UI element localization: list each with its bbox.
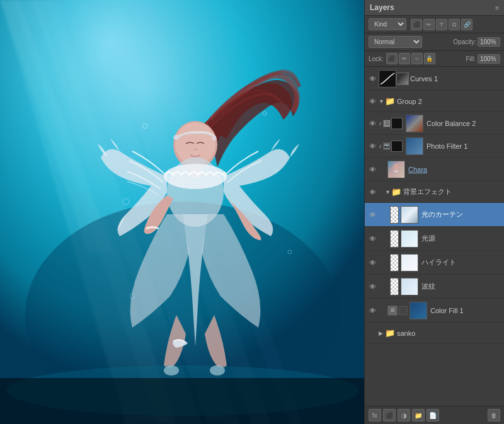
visibility-toggle[interactable]: 👁 — [367, 306, 377, 316]
fill-value[interactable]: 100% — [478, 54, 500, 64]
filter-type-btn[interactable]: T — [436, 19, 447, 30]
visibility-toggle[interactable]: 👁 — [367, 164, 377, 175]
layer-mask-thumbnail — [391, 118, 403, 129]
add-mask-btn[interactable]: ⬛ — [383, 409, 396, 421]
layers-list: 👁 Curves 1 👁 ▼ 📁 Group 2 — [365, 67, 504, 406]
layer-item[interactable]: 👁 波紋 — [365, 275, 504, 299]
layer-name: Chara — [408, 166, 501, 173]
layer-item[interactable]: 👁 — [365, 158, 504, 181]
layer-item[interactable]: 👁 光のカーテン — [365, 203, 504, 227]
new-layer-btn[interactable]: 📄 — [427, 409, 439, 421]
filter-adjust-btn[interactable]: ✏ — [423, 19, 435, 30]
svg-point-12 — [173, 135, 180, 140]
layer-name: ハイライト — [421, 258, 501, 267]
svg-point-30 — [393, 163, 399, 170]
visibility-toggle[interactable]: 👁 — [367, 234, 377, 244]
opacity-value[interactable]: 100% — [478, 37, 500, 47]
layer-thumbnail — [390, 206, 399, 224]
layer-name: Group 2 — [397, 98, 501, 105]
layer-thumbnail — [401, 206, 418, 224]
svg-rect-26 — [0, 378, 364, 424]
filter-kind-select[interactable]: Kind — [369, 18, 406, 30]
blend-mode-row: Normal Opacity: 100% — [365, 33, 504, 51]
layer-thumbnail — [390, 230, 399, 248]
layer-name: 背景エフェクト — [403, 187, 501, 197]
lock-draw-btn[interactable]: ✏ — [399, 53, 410, 64]
lock-move-btn[interactable]: ↔ — [411, 53, 423, 64]
visibility-toggle[interactable]: 👁 — [367, 187, 377, 197]
layer-item[interactable]: 👁 ▼ 📁 背景エフェクト — [365, 181, 504, 203]
layer-thumbnail — [410, 302, 427, 319]
panel-header: Layers ≡ — [365, 0, 504, 16]
filter-row: Kind ⬛ ✏ T Ω 🔗 — [365, 16, 504, 33]
group-folder-icon: 📁 — [385, 328, 395, 338]
special-icon: ♪ — [379, 120, 382, 127]
visibility-toggle[interactable]: 👁 — [367, 258, 377, 268]
group-folder-icon: 📁 — [391, 187, 401, 197]
layer-thumbnail — [401, 230, 418, 248]
layer-name: Color Fill 1 — [430, 307, 501, 314]
layer-thumbnail — [379, 70, 396, 88]
blend-mode-select[interactable]: Normal — [369, 36, 422, 48]
layer-name: Curves 1 — [410, 75, 501, 83]
panel-menu-icon[interactable]: ≡ — [495, 4, 499, 11]
visibility-toggle[interactable]: 👁 — [367, 74, 377, 84]
panel-title: Layers — [370, 3, 394, 12]
lock-row: Lock: ⬛ ✏ ↔ 🔒 Fill: 100% — [365, 51, 504, 67]
layer-item[interactable]: 👁 ▼ 📁 Group 2 — [365, 91, 504, 112]
layer-name: 波紋 — [421, 282, 501, 291]
layer-name: 光のカーテン — [421, 210, 501, 219]
layer-item[interactable]: 👁 Curves 1 — [365, 67, 504, 91]
special-icon: ♪ — [379, 142, 382, 149]
layer-mask-thumbnail — [396, 72, 409, 85]
layer-mask-thumbnail — [391, 140, 403, 152]
visibility-toggle[interactable]: 👁 — [367, 96, 377, 106]
layer-item[interactable]: 👁 光源 — [365, 227, 504, 251]
fill-area: Fill: 100% — [466, 54, 500, 64]
lock-pixel-btn[interactable]: ⬛ — [386, 53, 398, 64]
lock-all-btn[interactable]: 🔒 — [424, 53, 435, 64]
visibility-toggle[interactable]: 👁 — [367, 118, 377, 129]
group-expand-arrow[interactable]: ▶ — [379, 330, 385, 336]
visibility-toggle[interactable]: 👁 — [367, 141, 377, 151]
group-folder-icon: 📁 — [385, 96, 395, 106]
layer-thumbnail — [406, 115, 423, 132]
new-group-btn[interactable]: 📁 — [412, 409, 425, 421]
opacity-row: Opacity: 100% — [453, 37, 500, 47]
visibility-toggle[interactable]: 👁 — [367, 282, 377, 292]
lock-label: Lock: — [369, 55, 384, 62]
layer-name: 光源 — [421, 234, 501, 243]
layer-item[interactable]: 👁 ♪ ⚖ Color Balance 2 — [365, 112, 504, 135]
layers-panel: Layers ≡ Kind ⬛ ✏ T Ω 🔗 Normal Opacity: … — [364, 0, 504, 424]
visibility-toggle[interactable]: 👁 — [367, 210, 377, 220]
delete-layer-btn[interactable]: 🗑 — [488, 409, 500, 421]
layer-item[interactable]: 👁 ♪ 📷 Photo Filter 1 — [365, 135, 504, 158]
filter-icons-group: ⬛ ✏ T Ω 🔗 — [411, 19, 472, 30]
artwork-svg — [0, 0, 364, 424]
svg-point-16 — [164, 164, 227, 189]
layer-name: Color Balance 2 — [427, 120, 501, 127]
layer-item[interactable]: 👁 ハイライト — [365, 251, 504, 275]
layer-thumbnail — [390, 254, 399, 272]
artwork — [0, 0, 364, 424]
layer-item[interactable]: 👁 🖥 Color Fill 1 — [365, 299, 504, 323]
group-expand-arrow[interactable]: ▼ — [385, 189, 391, 195]
layer-name: Photo Filter 1 — [427, 142, 501, 150]
layer-thumbnail — [401, 278, 418, 295]
layer-thumbnail — [401, 254, 418, 272]
panel-bottom-controls: fx ⬛ ◑ 📁 📄 🗑 — [365, 406, 504, 424]
adjustment-layer-btn[interactable]: ◑ — [398, 409, 410, 421]
filter-pixel-btn[interactable]: ⬛ — [411, 19, 422, 30]
filter-smart-btn[interactable]: 🔗 — [461, 19, 472, 30]
fill-label: Fill: — [466, 55, 476, 62]
layer-item[interactable]: ▶ 📁 sanko — [365, 323, 504, 344]
filter-shape-btn[interactable]: Ω — [449, 19, 460, 30]
layer-thumbnail — [406, 137, 423, 155]
layer-thumbnail — [387, 161, 405, 178]
layer-name: sanko — [397, 329, 501, 337]
opacity-label: Opacity: — [453, 38, 476, 45]
layer-fx-btn[interactable]: fx — [369, 409, 381, 421]
layer-thumbnail — [390, 278, 399, 295]
group-expand-arrow[interactable]: ▼ — [379, 98, 385, 105]
canvas-area — [0, 0, 364, 424]
